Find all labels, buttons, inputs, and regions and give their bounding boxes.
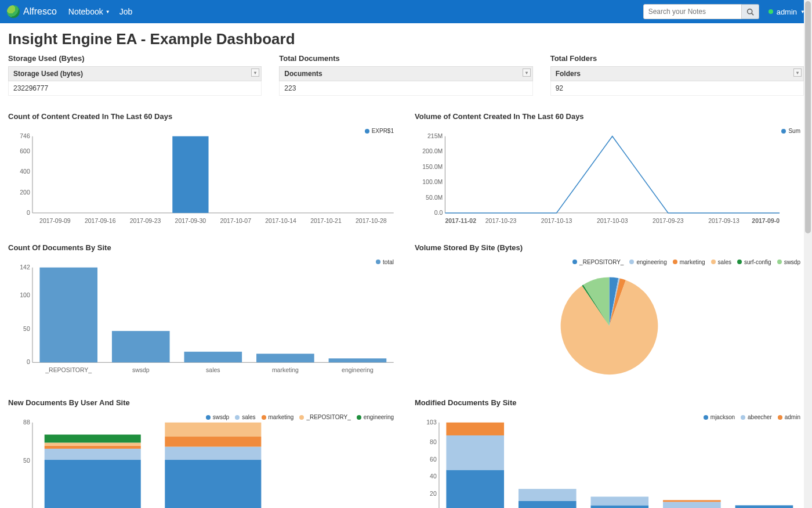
svg-text:40: 40 xyxy=(430,474,437,480)
svg-text:swsdp: swsdp xyxy=(132,367,150,373)
legend-item[interactable]: marketing xyxy=(262,414,294,420)
top-navbar: Alfresco Notebook ▼ Job admin ▼ xyxy=(0,0,812,23)
svg-text:0: 0 xyxy=(27,210,30,216)
kpi-title: Total Documents xyxy=(279,54,532,63)
svg-text:200.0M: 200.0M xyxy=(422,148,443,154)
legend-item[interactable]: swsdp xyxy=(206,414,229,420)
svg-text:150.0M: 150.0M xyxy=(422,164,443,170)
user-name: admin xyxy=(777,8,797,16)
svg-rect-54 xyxy=(329,358,387,362)
kpi-header[interactable]: Storage Used (bytes)▾ xyxy=(9,67,262,81)
kpi-header[interactable]: Folders▾ xyxy=(550,67,803,81)
svg-text:_REPOSITORY_: _REPOSITORY_ xyxy=(45,367,92,373)
search-input[interactable] xyxy=(643,4,742,19)
legend-swatch-icon xyxy=(206,415,211,420)
legend-swatch-icon xyxy=(572,260,577,264)
legend-swatch-icon xyxy=(376,260,380,264)
chart-title: Volume of Content Created In The Last 60… xyxy=(415,112,804,121)
chart-legend: Sum xyxy=(781,128,800,134)
legend-item[interactable]: EXPR$1 xyxy=(365,128,394,134)
chevron-down-icon: ▼ xyxy=(106,9,110,15)
legend-item[interactable]: _REPOSITORY_ xyxy=(299,414,350,420)
scrollbar[interactable] xyxy=(804,0,812,508)
kpi-docs: Total Documents Documents▾ 223 xyxy=(279,54,532,96)
svg-text:2017-09-13: 2017-09-13 xyxy=(708,218,740,224)
svg-rect-103 xyxy=(735,506,793,508)
legend-item[interactable]: marketing xyxy=(673,259,705,265)
svg-text:2017-09-30: 2017-09-30 xyxy=(175,218,206,224)
kpi-storage: Storage Used (Bytes) Storage Used (bytes… xyxy=(8,54,262,96)
svg-rect-68 xyxy=(165,447,261,460)
legend-swatch-icon xyxy=(741,415,745,420)
search xyxy=(643,4,759,19)
svg-text:50.0M: 50.0M xyxy=(426,194,443,201)
svg-text:200: 200 xyxy=(20,189,30,196)
svg-rect-101 xyxy=(663,500,721,502)
filter-icon[interactable]: ▾ xyxy=(251,69,259,77)
svg-text:600: 600 xyxy=(20,148,30,154)
chart-docs-by-site[interactable]: 050100142_REPOSITORY_swsdpsalesmarketing… xyxy=(8,259,397,376)
kpi-value: 92 xyxy=(550,81,803,96)
chart-new-docs-user-site[interactable]: 05088mjacksonabeecheradminswsdpsalesmark… xyxy=(8,414,397,508)
dashboard: Storage Used (Bytes) Storage Used (bytes… xyxy=(0,54,812,508)
legend-item[interactable]: mjackson xyxy=(704,414,735,420)
svg-text:400: 400 xyxy=(20,168,30,175)
search-button[interactable] xyxy=(742,4,759,19)
svg-rect-92 xyxy=(519,489,577,502)
svg-text:sales: sales xyxy=(206,367,220,373)
chart-legend: _REPOSITORY_engineeringmarketingsalessur… xyxy=(572,259,800,265)
legend-item[interactable]: abeecher xyxy=(741,414,772,420)
svg-rect-87 xyxy=(446,470,504,508)
svg-text:2017-09-23: 2017-09-23 xyxy=(652,218,684,224)
legend-item[interactable]: sales xyxy=(711,259,731,265)
scrollbar-thumb[interactable] xyxy=(805,1,811,233)
nav-item-notebook[interactable]: Notebook ▼ xyxy=(68,7,110,16)
svg-text:746: 746 xyxy=(20,133,30,139)
legend-item[interactable]: total xyxy=(376,259,394,265)
page-title: Insight Engine EA - Example Dashboard xyxy=(0,23,812,54)
brand[interactable]: Alfresco xyxy=(7,5,57,18)
chart-title: Count of Content Created In The Last 60 … xyxy=(8,112,397,121)
legend-swatch-icon xyxy=(777,260,782,264)
legend-item[interactable]: sales xyxy=(235,414,255,420)
legend-item[interactable]: surf-config xyxy=(737,259,771,265)
legend-swatch-icon xyxy=(365,129,369,134)
chart-volume-created[interactable]: 0.050.0M100.0M150.0M200.0M215M2017-11-02… xyxy=(415,128,804,227)
svg-text:engineering: engineering xyxy=(342,367,374,373)
svg-text:2017-09-16: 2017-09-16 xyxy=(85,218,116,224)
legend-item[interactable]: swsdp xyxy=(777,259,800,265)
chart-count-created[interactable]: 02004006007462017-09-092017-09-162017-09… xyxy=(8,128,397,227)
user-menu[interactable]: admin ▼ xyxy=(768,8,805,16)
filter-icon[interactable]: ▾ xyxy=(793,69,802,77)
svg-text:2017-10-07: 2017-10-07 xyxy=(220,218,251,224)
svg-text:2017-10-03: 2017-10-03 xyxy=(597,218,628,224)
legend-item[interactable]: _REPOSITORY_ xyxy=(572,259,624,265)
chart-modified-by-site[interactable]: 020406080103swsdpsalesmarketing_REPOSITO… xyxy=(415,414,804,508)
legend-swatch-icon xyxy=(711,260,716,264)
svg-text:2017-09-09: 2017-09-09 xyxy=(39,218,71,224)
svg-text:60: 60 xyxy=(430,456,437,463)
svg-line-1 xyxy=(752,13,753,15)
chart-legend: EXPR$1 xyxy=(365,128,394,134)
svg-rect-69 xyxy=(165,437,261,446)
chart-volume-by-site[interactable]: _REPOSITORY_engineeringmarketingsalessur… xyxy=(415,259,804,383)
chart-title: Count Of Documents By Site xyxy=(8,243,397,252)
legend-item[interactable]: Sum xyxy=(781,128,800,134)
svg-rect-15 xyxy=(172,136,208,213)
filter-icon[interactable]: ▾ xyxy=(523,69,531,77)
chart-title: Volume Stored By Site (Bytes) xyxy=(415,243,804,252)
legend-item[interactable]: admin xyxy=(778,414,800,420)
svg-rect-62 xyxy=(45,449,141,460)
legend-swatch-icon xyxy=(262,415,266,420)
svg-text:2017-10-13: 2017-10-13 xyxy=(541,218,572,224)
chart-title: Modified Documents By Site xyxy=(415,398,804,407)
legend-item[interactable]: engineering xyxy=(357,414,394,420)
svg-text:215M: 215M xyxy=(427,133,443,139)
legend-swatch-icon xyxy=(299,415,304,420)
kpi-header[interactable]: Documents▾ xyxy=(280,67,532,81)
svg-text:100.0M: 100.0M xyxy=(422,179,443,185)
legend-item[interactable]: engineering xyxy=(629,259,666,265)
svg-text:88: 88 xyxy=(23,419,30,426)
nav-item-job[interactable]: Job xyxy=(119,7,133,16)
chart-legend: swsdpsalesmarketing_REPOSITORY_engineeri… xyxy=(206,414,394,420)
